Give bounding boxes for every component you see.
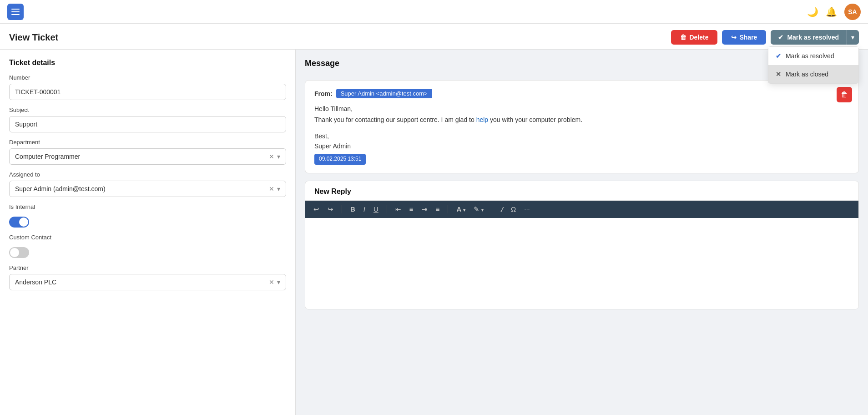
dropdown-item-mark-resolved[interactable]: ✔ Mark as resolved <box>768 47 858 65</box>
highlight-button[interactable]: ✎ ▾ <box>472 204 485 214</box>
is-internal-label: Is Internal <box>9 203 286 210</box>
message-from: From: Super Admin <admin@test.com> <box>314 89 849 98</box>
trash-icon: 🗑 <box>680 34 686 41</box>
special-char-button[interactable]: Ω <box>509 204 518 214</box>
toolbar-separator <box>387 205 387 213</box>
redo-button[interactable]: ↪ <box>326 204 335 214</box>
reply-title: New Reply <box>305 181 858 201</box>
ticket-details-panel: Ticket details Number Subject Department… <box>0 50 296 415</box>
check-icon: ✔ <box>778 34 783 41</box>
partner-select[interactable]: Anderson PLC ✕ ▾ <box>9 274 286 290</box>
dropdown-item-mark-closed[interactable]: ✕ Mark as closed <box>768 65 858 83</box>
from-label: From: <box>314 90 333 97</box>
clear-icon[interactable]: ✕ <box>269 153 274 160</box>
mark-resolved-button[interactable]: ✔ Mark as resolved <box>771 30 846 45</box>
message-text: Thank you for contacting our support cen… <box>314 115 849 126</box>
message-sign: Best, Super Admin 09.02.2025 13:51 <box>314 131 849 165</box>
is-internal-toggle-wrap <box>9 217 286 228</box>
mark-resolved-group: ✔ Mark as resolved ▾ <box>771 30 859 45</box>
ticket-details-title: Ticket details <box>9 59 286 67</box>
toggle-knob <box>10 248 19 257</box>
more-options-button[interactable]: ··· <box>522 204 532 214</box>
share-icon: ↪ <box>731 34 737 41</box>
x-icon: ✕ <box>776 71 781 78</box>
partner-select-icons: ✕ ▾ <box>269 278 280 286</box>
top-navigation: 🌙 🔔 SA <box>0 0 868 24</box>
align-center-button[interactable]: ≡ <box>408 204 415 214</box>
toolbar-separator <box>448 205 448 213</box>
topnav-right: 🌙 🔔 SA <box>807 4 861 20</box>
assigned-select-value: Super Admin (admin@test.com) <box>15 185 269 192</box>
trash-icon: 🗑 <box>841 91 848 99</box>
assigned-select[interactable]: Super Admin (admin@test.com) ✕ ▾ <box>9 181 286 197</box>
message-date: 09.02.2025 13:51 <box>314 154 366 164</box>
hamburger-line <box>11 14 20 15</box>
bold-button[interactable]: B <box>348 204 357 214</box>
page-title: View Ticket <box>9 32 58 43</box>
department-select-icons: ✕ ▾ <box>269 153 280 160</box>
number-label: Number <box>9 74 286 81</box>
topnav-left <box>7 4 24 20</box>
menu-button[interactable] <box>7 4 24 20</box>
toolbar-separator <box>492 205 492 213</box>
department-label: Department <box>9 139 286 146</box>
delete-button[interactable]: 🗑 Delete <box>671 30 717 45</box>
clear-icon[interactable]: ✕ <box>269 278 274 286</box>
department-select-value: Computer Programmer <box>15 153 269 160</box>
page-header: View Ticket 🗑 Delete ↪ Share ✔ Mark as r… <box>0 24 868 50</box>
underline-button[interactable]: U <box>372 204 380 214</box>
align-left-button[interactable]: ⇤ <box>394 204 403 214</box>
subject-input[interactable] <box>9 116 286 132</box>
assigned-select-icons: ✕ ▾ <box>269 185 280 192</box>
italic-button[interactable]: I <box>362 204 367 214</box>
avatar[interactable]: SA <box>844 4 861 20</box>
align-justify-button[interactable]: ≡ <box>434 204 442 214</box>
message-delete-button[interactable]: 🗑 <box>837 87 852 102</box>
moon-icon[interactable]: 🌙 <box>807 6 818 17</box>
toggle-knob <box>19 218 28 227</box>
custom-contact-toggle-wrap <box>9 247 286 258</box>
hamburger-line <box>11 9 20 10</box>
custom-contact-toggle[interactable] <box>9 247 29 258</box>
editor-toolbar: ↩ ↪ B I U ⇤ ≡ ⇥ ≡ A ▾ ✎ ▾ 𝐼 Ω ··· <box>305 201 858 218</box>
chevron-down-icon[interactable]: ▾ <box>277 185 280 192</box>
mark-resolved-dropdown-arrow[interactable]: ▾ <box>846 30 859 45</box>
number-input[interactable] <box>9 84 286 100</box>
bell-icon[interactable]: 🔔 <box>826 6 837 17</box>
toolbar-separator <box>342 205 342 213</box>
custom-contact-label: Custom Contact <box>9 234 286 241</box>
hamburger-line <box>11 11 20 12</box>
message-body: Hello Tillman, Thank you for contacting … <box>314 104 849 126</box>
check-icon: ✔ <box>776 52 781 60</box>
department-select[interactable]: Computer Programmer ✕ ▾ <box>9 148 286 165</box>
message-greeting: Hello Tillman, <box>314 104 849 115</box>
partner-label: Partner <box>9 264 286 271</box>
subject-label: Subject <box>9 106 286 113</box>
clear-icon[interactable]: ✕ <box>269 185 274 192</box>
header-actions: 🗑 Delete ↪ Share ✔ Mark as resolved ▾ ✔ … <box>671 30 859 45</box>
message-card: From: Super Admin <admin@test.com> Hello… <box>305 80 859 173</box>
font-color-button[interactable]: A ▾ <box>454 204 467 214</box>
reply-card: New Reply ↩ ↪ B I U ⇤ ≡ ⇥ ≡ A ▾ ✎ ▾ 𝐼 Ω … <box>305 181 859 309</box>
chevron-down-icon[interactable]: ▾ <box>277 153 280 160</box>
partner-select-value: Anderson PLC <box>15 278 269 286</box>
from-badge: Super Admin <admin@test.com> <box>336 89 432 98</box>
main-content: Ticket details Number Subject Department… <box>0 50 868 415</box>
message-panel: Message From: Super Admin <admin@test.co… <box>296 50 868 415</box>
share-button[interactable]: ↪ Share <box>722 30 766 45</box>
editor-body[interactable] <box>305 218 858 309</box>
is-internal-toggle[interactable] <box>9 217 29 228</box>
align-right-button[interactable]: ⇥ <box>420 204 429 214</box>
status-dropdown-menu: ✔ Mark as resolved ✕ Mark as closed <box>768 46 859 84</box>
assigned-label: Assigned to <box>9 171 286 178</box>
clear-format-button[interactable]: 𝐼 <box>499 204 505 214</box>
chevron-down-icon[interactable]: ▾ <box>277 278 280 286</box>
undo-button[interactable]: ↩ <box>312 204 321 214</box>
